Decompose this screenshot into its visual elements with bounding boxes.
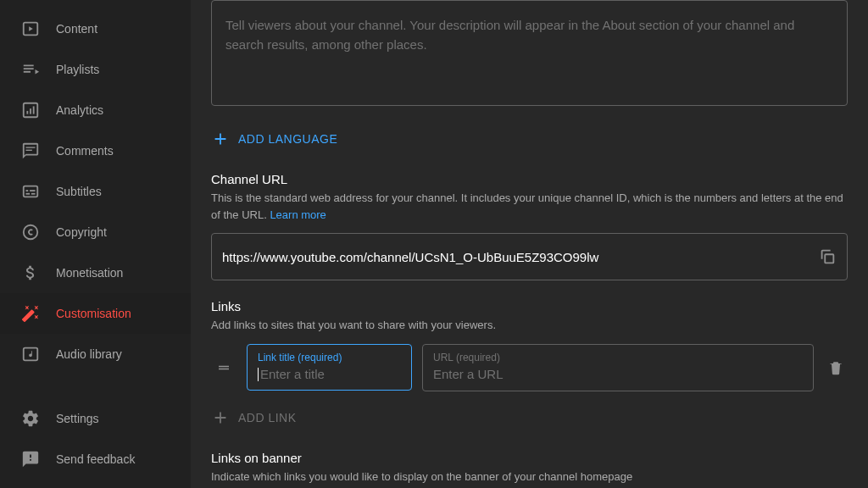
svg-rect-10 <box>26 190 29 191</box>
learn-more-link[interactable]: Learn more <box>270 208 326 221</box>
trash-icon[interactable] <box>824 359 848 376</box>
sidebar-item-label: Audio library <box>56 347 122 361</box>
links-section: Links Add links to sites that you want t… <box>211 299 848 432</box>
text-cursor <box>258 368 259 381</box>
sidebar-item-customisation[interactable]: Customisation <box>0 293 191 334</box>
add-link-button[interactable]: ADD LINK <box>211 403 848 432</box>
sidebar-item-comments[interactable]: Comments <box>0 130 191 171</box>
sidebar-item-label: Analytics <box>56 103 103 117</box>
playlists-icon <box>20 59 41 80</box>
description-placeholder: Tell viewers about your channel. Your de… <box>225 18 794 52</box>
channel-url-desc: This is the standard web address for you… <box>211 190 848 223</box>
feedback-icon <box>20 449 41 469</box>
plus-icon <box>211 130 230 148</box>
sidebar-item-subtitles[interactable]: Subtitles <box>0 171 191 212</box>
add-language-button[interactable]: ADD LANGUAGE <box>211 123 848 155</box>
sidebar-item-label: Settings <box>56 412 99 425</box>
sidebar-item-feedback[interactable]: Send feedback <box>0 439 191 480</box>
link-row: Link title (required) URL (required) <box>211 344 848 391</box>
sidebar: Content Playlists Analytics Comments Sub… <box>0 0 191 488</box>
svg-rect-5 <box>26 147 36 147</box>
svg-rect-4 <box>33 106 35 114</box>
main-content: Tell viewers about your channel. Your de… <box>191 0 868 488</box>
sidebar-item-analytics[interactable]: Analytics <box>0 90 191 130</box>
sidebar-item-label: Playlists <box>56 63 99 76</box>
sidebar-item-copyright[interactable]: Copyright <box>0 212 191 252</box>
sidebar-item-settings[interactable]: Settings <box>0 398 191 439</box>
copy-icon[interactable] <box>818 247 837 266</box>
audio-library-icon <box>20 344 41 364</box>
copyright-icon <box>20 222 41 242</box>
svg-point-12 <box>24 225 38 240</box>
content-icon <box>20 19 41 39</box>
svg-rect-3 <box>30 108 31 114</box>
sidebar-item-content[interactable]: Content <box>0 8 191 49</box>
sidebar-item-label: Content <box>56 22 97 36</box>
link-url-field[interactable] <box>433 367 803 381</box>
channel-url-value[interactable]: https://www.youtube.com/channel/UCsN1_O-… <box>222 250 818 264</box>
gear-icon <box>20 408 41 429</box>
svg-rect-8 <box>26 193 31 195</box>
sidebar-item-label: Monetisation <box>56 266 123 280</box>
banner-section: Links on banner Indicate which links you… <box>211 451 848 489</box>
links-desc: Add links to sites that you want to shar… <box>211 317 848 334</box>
customisation-icon <box>20 303 41 324</box>
drag-handle-icon[interactable] <box>211 360 236 375</box>
subtitles-icon <box>20 181 41 202</box>
svg-rect-6 <box>26 150 32 151</box>
add-language-label: ADD LANGUAGE <box>238 132 337 146</box>
link-url-label: URL (required) <box>433 352 803 363</box>
monetisation-icon <box>20 263 41 283</box>
sidebar-item-label: Subtitles <box>56 185 102 198</box>
link-url-input[interactable]: URL (required) <box>422 344 814 391</box>
svg-rect-2 <box>26 111 28 114</box>
add-link-label: ADD LINK <box>238 411 297 424</box>
link-title-input[interactable]: Link title (required) <box>247 344 412 391</box>
analytics-icon <box>20 100 41 120</box>
banner-title: Links on banner <box>211 451 848 465</box>
svg-rect-14 <box>825 254 833 263</box>
plus-icon <box>211 408 230 427</box>
link-title-field[interactable] <box>260 367 401 381</box>
sidebar-item-monetisation[interactable]: Monetisation <box>0 252 191 293</box>
comments-icon <box>20 141 41 161</box>
sidebar-item-label: Send feedback <box>56 452 135 466</box>
sidebar-item-label: Copyright <box>56 225 107 239</box>
sidebar-item-audio-library[interactable]: Audio library <box>0 334 191 374</box>
channel-url-section: Channel URL This is the standard web add… <box>211 172 848 280</box>
links-title: Links <box>211 299 848 313</box>
sidebar-item-label: Comments <box>56 144 114 158</box>
channel-url-box: https://www.youtube.com/channel/UCsN1_O-… <box>211 233 848 280</box>
svg-rect-11 <box>30 190 35 191</box>
svg-rect-9 <box>31 193 36 195</box>
link-title-label: Link title (required) <box>258 352 401 363</box>
banner-desc: Indicate which links you would like to d… <box>211 469 848 485</box>
channel-description-input[interactable]: Tell viewers about your channel. Your de… <box>211 0 848 106</box>
channel-url-title: Channel URL <box>211 172 848 186</box>
sidebar-item-label: Customisation <box>56 307 131 320</box>
sidebar-item-playlists[interactable]: Playlists <box>0 49 191 90</box>
